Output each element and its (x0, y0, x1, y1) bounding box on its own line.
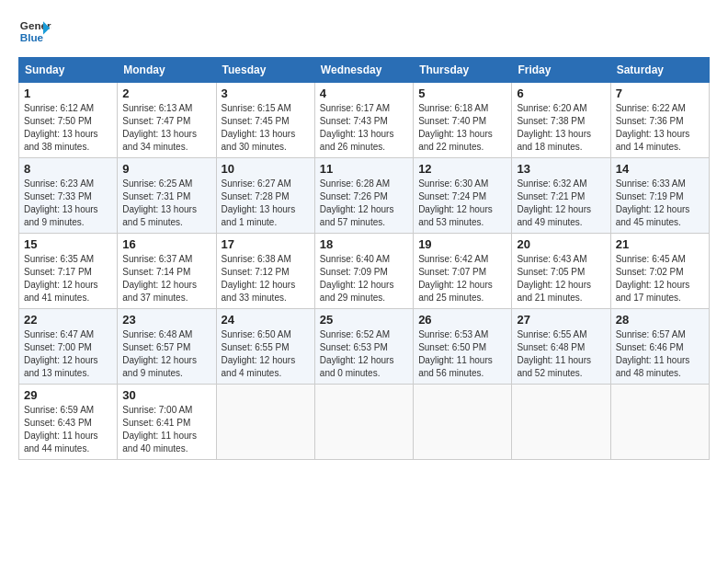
day-number: 3 (222, 86, 310, 100)
calendar-table: SundayMondayTuesdayWednesdayThursdayFrid… (18, 57, 710, 460)
day-info: Sunrise: 6:15 AM Sunset: 7:45 PM Dayligh… (222, 102, 310, 154)
day-number: 20 (517, 237, 605, 251)
calendar-cell: 28Sunrise: 6:57 AM Sunset: 6:46 PM Dayli… (610, 309, 709, 385)
day-number: 2 (122, 86, 210, 100)
day-info: Sunrise: 6:52 AM Sunset: 6:53 PM Dayligh… (320, 328, 408, 380)
day-number: 29 (24, 388, 112, 402)
day-number: 23 (122, 313, 210, 327)
day-number: 13 (517, 162, 605, 176)
day-info: Sunrise: 6:40 AM Sunset: 7:09 PM Dayligh… (320, 253, 408, 304)
day-number: 25 (320, 313, 408, 327)
day-number: 22 (24, 313, 112, 327)
day-info: Sunrise: 6:12 AM Sunset: 7:50 PM Dayligh… (24, 102, 112, 154)
calendar-cell: 24Sunrise: 6:50 AM Sunset: 6:55 PM Dayli… (216, 309, 314, 385)
calendar-cell (610, 385, 709, 460)
calendar-cell: 14Sunrise: 6:33 AM Sunset: 7:19 PM Dayli… (610, 158, 709, 234)
calendar-cell: 17Sunrise: 6:38 AM Sunset: 7:12 PM Dayli… (216, 234, 314, 309)
day-number: 6 (517, 86, 605, 100)
day-number: 11 (320, 162, 408, 176)
calendar-cell: 2Sunrise: 6:13 AM Sunset: 7:47 PM Daylig… (118, 83, 216, 158)
calendar-week-4: 22Sunrise: 6:47 AM Sunset: 7:00 PM Dayli… (19, 309, 710, 385)
calendar-week-1: 1Sunrise: 6:12 AM Sunset: 7:50 PM Daylig… (19, 83, 710, 158)
day-number: 17 (222, 237, 310, 251)
day-info: Sunrise: 6:32 AM Sunset: 7:21 PM Dayligh… (517, 178, 605, 229)
page-header: General Blue (18, 15, 710, 48)
calendar-cell: 27Sunrise: 6:55 AM Sunset: 6:48 PM Dayli… (512, 309, 610, 385)
day-info: Sunrise: 6:48 AM Sunset: 6:57 PM Dayligh… (122, 328, 210, 380)
day-info: Sunrise: 6:37 AM Sunset: 7:14 PM Dayligh… (122, 253, 210, 304)
day-number: 21 (616, 237, 704, 251)
calendar-cell: 8Sunrise: 6:23 AM Sunset: 7:33 PM Daylig… (19, 158, 118, 234)
calendar-cell: 9Sunrise: 6:25 AM Sunset: 7:31 PM Daylig… (118, 158, 216, 234)
day-number: 12 (418, 162, 506, 176)
day-number: 19 (418, 237, 506, 251)
calendar-cell: 16Sunrise: 6:37 AM Sunset: 7:14 PM Dayli… (118, 234, 216, 309)
day-info: Sunrise: 7:00 AM Sunset: 6:41 PM Dayligh… (122, 404, 210, 455)
calendar-cell: 12Sunrise: 6:30 AM Sunset: 7:24 PM Dayli… (414, 158, 512, 234)
day-number: 26 (418, 313, 506, 327)
day-number: 4 (320, 86, 408, 100)
day-number: 30 (122, 388, 210, 402)
calendar-cell (414, 385, 512, 460)
calendar-cell: 13Sunrise: 6:32 AM Sunset: 7:21 PM Dayli… (512, 158, 610, 234)
day-info: Sunrise: 6:25 AM Sunset: 7:31 PM Dayligh… (122, 178, 210, 229)
weekday-friday: Friday (512, 58, 610, 83)
day-info: Sunrise: 6:20 AM Sunset: 7:38 PM Dayligh… (517, 102, 605, 154)
weekday-header-row: SundayMondayTuesdayWednesdayThursdayFrid… (19, 58, 710, 83)
weekday-tuesday: Tuesday (216, 58, 314, 83)
calendar-cell: 26Sunrise: 6:53 AM Sunset: 6:50 PM Dayli… (414, 309, 512, 385)
day-number: 9 (122, 162, 210, 176)
weekday-thursday: Thursday (414, 58, 512, 83)
day-number: 10 (222, 162, 310, 176)
day-info: Sunrise: 6:45 AM Sunset: 7:02 PM Dayligh… (616, 253, 704, 304)
calendar-week-5: 29Sunrise: 6:59 AM Sunset: 6:43 PM Dayli… (19, 385, 710, 460)
day-info: Sunrise: 6:22 AM Sunset: 7:36 PM Dayligh… (616, 102, 704, 154)
calendar-cell (216, 385, 314, 460)
day-info: Sunrise: 6:18 AM Sunset: 7:40 PM Dayligh… (418, 102, 506, 154)
calendar-cell: 5Sunrise: 6:18 AM Sunset: 7:40 PM Daylig… (414, 83, 512, 158)
calendar-cell: 22Sunrise: 6:47 AM Sunset: 7:00 PM Dayli… (19, 309, 118, 385)
calendar-cell: 11Sunrise: 6:28 AM Sunset: 7:26 PM Dayli… (314, 158, 413, 234)
day-info: Sunrise: 6:13 AM Sunset: 7:47 PM Dayligh… (122, 102, 210, 154)
day-info: Sunrise: 6:55 AM Sunset: 6:48 PM Dayligh… (517, 328, 605, 380)
calendar-cell (314, 385, 413, 460)
calendar-cell: 23Sunrise: 6:48 AM Sunset: 6:57 PM Dayli… (118, 309, 216, 385)
day-number: 8 (24, 162, 112, 176)
logo-icon: General Blue (18, 15, 51, 48)
calendar-cell: 18Sunrise: 6:40 AM Sunset: 7:09 PM Dayli… (314, 234, 413, 309)
day-info: Sunrise: 6:59 AM Sunset: 6:43 PM Dayligh… (24, 404, 112, 455)
day-info: Sunrise: 6:50 AM Sunset: 6:55 PM Dayligh… (222, 328, 310, 380)
calendar-week-3: 15Sunrise: 6:35 AM Sunset: 7:17 PM Dayli… (19, 234, 710, 309)
day-info: Sunrise: 6:53 AM Sunset: 6:50 PM Dayligh… (418, 328, 506, 380)
day-number: 27 (517, 313, 605, 327)
day-number: 7 (616, 86, 704, 100)
day-number: 15 (24, 237, 112, 251)
calendar-cell (512, 385, 610, 460)
calendar-cell: 4Sunrise: 6:17 AM Sunset: 7:43 PM Daylig… (314, 83, 413, 158)
calendar-cell: 1Sunrise: 6:12 AM Sunset: 7:50 PM Daylig… (19, 83, 118, 158)
calendar-cell: 19Sunrise: 6:42 AM Sunset: 7:07 PM Dayli… (414, 234, 512, 309)
calendar-cell: 15Sunrise: 6:35 AM Sunset: 7:17 PM Dayli… (19, 234, 118, 309)
calendar-cell: 30Sunrise: 7:00 AM Sunset: 6:41 PM Dayli… (118, 385, 216, 460)
calendar-week-2: 8Sunrise: 6:23 AM Sunset: 7:33 PM Daylig… (19, 158, 710, 234)
weekday-sunday: Sunday (19, 58, 118, 83)
day-number: 16 (122, 237, 210, 251)
day-info: Sunrise: 6:30 AM Sunset: 7:24 PM Dayligh… (418, 178, 506, 229)
day-number: 28 (616, 313, 704, 327)
calendar-cell: 10Sunrise: 6:27 AM Sunset: 7:28 PM Dayli… (216, 158, 314, 234)
day-number: 18 (320, 237, 408, 251)
calendar-cell: 6Sunrise: 6:20 AM Sunset: 7:38 PM Daylig… (512, 83, 610, 158)
day-info: Sunrise: 6:38 AM Sunset: 7:12 PM Dayligh… (222, 253, 310, 304)
logo: General Blue (18, 15, 51, 48)
svg-text:Blue: Blue (20, 31, 44, 43)
day-info: Sunrise: 6:35 AM Sunset: 7:17 PM Dayligh… (24, 253, 112, 304)
day-number: 24 (222, 313, 310, 327)
day-number: 5 (418, 86, 506, 100)
day-info: Sunrise: 6:42 AM Sunset: 7:07 PM Dayligh… (418, 253, 506, 304)
weekday-monday: Monday (118, 58, 216, 83)
day-number: 14 (616, 162, 704, 176)
day-info: Sunrise: 6:17 AM Sunset: 7:43 PM Dayligh… (320, 102, 408, 154)
calendar-cell: 29Sunrise: 6:59 AM Sunset: 6:43 PM Dayli… (19, 385, 118, 460)
calendar-cell: 3Sunrise: 6:15 AM Sunset: 7:45 PM Daylig… (216, 83, 314, 158)
day-info: Sunrise: 6:47 AM Sunset: 7:00 PM Dayligh… (24, 328, 112, 380)
